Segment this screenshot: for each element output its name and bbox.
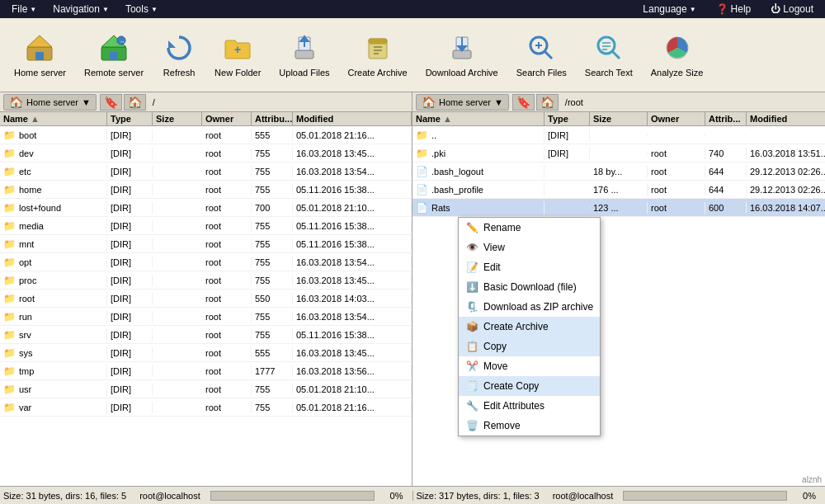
- list-item[interactable]: 📁 tmp [DIR] root 1777 16.03.2018 13:56..…: [0, 362, 412, 380]
- home-server-icon: [23, 31, 56, 64]
- list-item[interactable]: 📄 .bash_logout 18 by... root 644 29.12.2…: [412, 163, 825, 181]
- right-col-modified[interactable]: Modified: [747, 112, 825, 125]
- context-menu-item-rename[interactable]: ✏️ Rename: [459, 218, 600, 238]
- left-col-name[interactable]: Name ▲: [0, 112, 107, 125]
- toolbar-remote-server[interactable]: ↔ Remote server: [77, 23, 151, 87]
- list-item[interactable]: 📁 proc [DIR] root 755 16.03.2018 13:45..…: [0, 271, 412, 290]
- chevron-down-icon: ▼: [151, 6, 158, 13]
- left-bookmarks-btn[interactable]: 🔖: [100, 94, 122, 111]
- context-menu-item-move[interactable]: ✂️ Move: [459, 356, 600, 376]
- zip-icon: 🗜️: [465, 300, 478, 313]
- right-col-attrib[interactable]: Attrib...: [705, 112, 747, 125]
- context-menu-item-download-file[interactable]: ⬇️ Basic Download (file): [459, 277, 600, 297]
- search-text-icon: [592, 31, 625, 64]
- right-col-owner[interactable]: Owner: [648, 112, 705, 125]
- context-menu-item-view[interactable]: 👁️ View: [459, 238, 600, 257]
- right-col-size[interactable]: Size: [590, 112, 648, 125]
- list-item[interactable]: 📄 Rats 123 ... root 600 16.03.2018 14:07…: [412, 199, 825, 217]
- menu-file[interactable]: File ▼: [3, 0, 45, 18]
- list-item[interactable]: 📁 mnt [DIR] root 755 05.11.2016 15:38...: [0, 235, 412, 253]
- chevron-down-icon: ▼: [690, 6, 696, 13]
- left-panel: 🏠 Home server ▼ 🔖 🏠 / Name ▲ Type Size O…: [0, 92, 412, 486]
- folder-icon: 📁: [3, 148, 16, 159]
- context-menu-item-zip[interactable]: 🗜️ Download as ZIP archive: [459, 297, 600, 317]
- left-home-btn[interactable]: 🏠: [124, 94, 146, 111]
- left-col-size[interactable]: Size: [153, 112, 202, 125]
- create-archive-icon: [361, 31, 394, 64]
- right-home-btn[interactable]: 🏠: [536, 94, 559, 111]
- left-col-type[interactable]: Type: [107, 112, 153, 125]
- list-item[interactable]: 📄 .bash_profile 176 ... root 644 29.12.2…: [412, 181, 825, 199]
- menu-language[interactable]: Language ▼: [634, 2, 704, 16]
- menu-logout[interactable]: ⏻ Logout: [762, 2, 822, 16]
- context-menu-item-copy[interactable]: 📋 Copy: [459, 337, 600, 356]
- list-item[interactable]: 📁 lost+found [DIR] root 700 05.01.2018 2…: [0, 199, 412, 217]
- list-item[interactable]: 📁 var [DIR] root 755 05.01.2018 21:16...: [0, 398, 412, 417]
- download-archive-icon: [446, 31, 478, 64]
- left-col-modified[interactable]: Modified: [293, 112, 412, 125]
- toolbar-refresh[interactable]: Refresh: [154, 23, 204, 87]
- svg-text:↔: ↔: [120, 39, 125, 45]
- right-bookmarks-btn[interactable]: 🔖: [512, 94, 535, 111]
- context-menu-item-remove[interactable]: 🗑️ Remove: [459, 416, 600, 436]
- toolbar-new-folder[interactable]: + New Folder: [207, 23, 268, 87]
- folder-icon: 📁: [3, 365, 16, 377]
- analyze-size-icon: [661, 31, 694, 64]
- list-item[interactable]: 📁 root [DIR] root 550 16.03.2018 14:03..…: [0, 290, 412, 308]
- menu-tools[interactable]: Tools ▼: [117, 0, 166, 18]
- svg-rect-15: [369, 39, 387, 44]
- list-item[interactable]: 📁 media [DIR] root 755 05.11.2016 15:38.…: [0, 217, 412, 235]
- folder-icon: 📁: [3, 311, 16, 323]
- list-item[interactable]: 📁 run [DIR] root 755 16.03.2018 13:54...: [0, 308, 412, 326]
- list-item[interactable]: 📁 etc [DIR] root 755 16.03.2018 13:54...: [0, 163, 412, 181]
- list-item[interactable]: 📁 opt [DIR] root 755 16.03.2018 13:54...: [0, 253, 412, 271]
- rename-icon: ✏️: [465, 221, 478, 234]
- folder-icon: 📁: [3, 130, 16, 141]
- context-menu-item-edit[interactable]: 📝 Edit: [459, 257, 600, 277]
- list-item[interactable]: 📁 .pki [DIR] root 740 16.03.2018 13:51..…: [412, 144, 825, 163]
- menu-help[interactable]: ❓ Help: [708, 2, 760, 16]
- menu-navigation[interactable]: Navigation ▼: [45, 0, 117, 18]
- folder-icon: 📁: [3, 166, 16, 177]
- move-icon: ✂️: [465, 360, 478, 373]
- refresh-icon: [163, 31, 196, 64]
- list-item[interactable]: 📁 sys [DIR] root 555 16.03.2018 13:45...: [0, 344, 412, 362]
- toolbar-create-archive[interactable]: Create Archive: [341, 23, 415, 87]
- toolbar-home-server[interactable]: Home server: [7, 23, 73, 87]
- list-item[interactable]: 📁 dev [DIR] root 755 16.03.2018 13:45...: [0, 144, 412, 163]
- list-item[interactable]: 📁 srv [DIR] root 755 05.11.2016 15:38...: [0, 326, 412, 344]
- list-item[interactable]: 📁 boot [DIR] root 555 05.01.2018 21:16..…: [0, 126, 412, 144]
- toolbar-download-archive[interactable]: Download Archive: [418, 23, 506, 87]
- menu-bar-right: Language ▼ ❓ Help ⏻ Logout: [634, 2, 822, 16]
- right-col-name[interactable]: Name ▲: [412, 112, 544, 125]
- folder-icon: 📁: [416, 130, 428, 141]
- status-bar: Size: 31 bytes, dirs: 16, files: 5 root@…: [0, 486, 825, 504]
- list-item[interactable]: 📁 home [DIR] root 755 05.11.2016 15:38..…: [0, 181, 412, 199]
- right-col-type[interactable]: Type: [544, 112, 590, 125]
- toolbar-upload-files[interactable]: Upload Files: [271, 23, 337, 87]
- left-progress-bar: [210, 491, 375, 501]
- left-column-headers: Name ▲ Type Size Owner Attribu... Modifi…: [0, 112, 412, 126]
- context-menu-item-archive[interactable]: 📦 Create Archive: [459, 317, 600, 337]
- copy-icon: 📋: [465, 340, 478, 353]
- left-col-attrib[interactable]: Attribu...: [252, 112, 293, 125]
- context-menu-item-attribs[interactable]: 🔧 Edit Attributes: [459, 396, 600, 416]
- svg-rect-2: [35, 52, 44, 60]
- left-col-owner[interactable]: Owner: [202, 112, 252, 125]
- file-icon: 📄: [416, 184, 428, 195]
- toolbar-search-files[interactable]: Search Files: [509, 23, 574, 87]
- toolbar-analyze-size[interactable]: Analyze Size: [644, 23, 711, 87]
- chevron-down-icon: ▼: [102, 6, 109, 13]
- folder-icon: 📁: [3, 257, 16, 268]
- right-address-button[interactable]: 🏠 Home server ▼: [416, 94, 509, 111]
- list-item[interactable]: 📁 .. [DIR]: [412, 126, 825, 144]
- right-progress-bar: [623, 491, 787, 501]
- list-item[interactable]: 📁 usr [DIR] root 755 05.01.2018 21:10...: [0, 380, 412, 398]
- folder-icon: 📁: [3, 402, 16, 413]
- left-address-button[interactable]: 🏠 Home server ▼: [3, 94, 97, 111]
- folder-icon: 📁: [3, 184, 16, 195]
- context-menu-item-copy2[interactable]: 🗒️ Create Copy: [459, 376, 600, 396]
- edit-icon: 📝: [465, 261, 478, 274]
- svg-rect-5: [110, 52, 118, 60]
- toolbar-search-text[interactable]: Search Text: [578, 23, 640, 87]
